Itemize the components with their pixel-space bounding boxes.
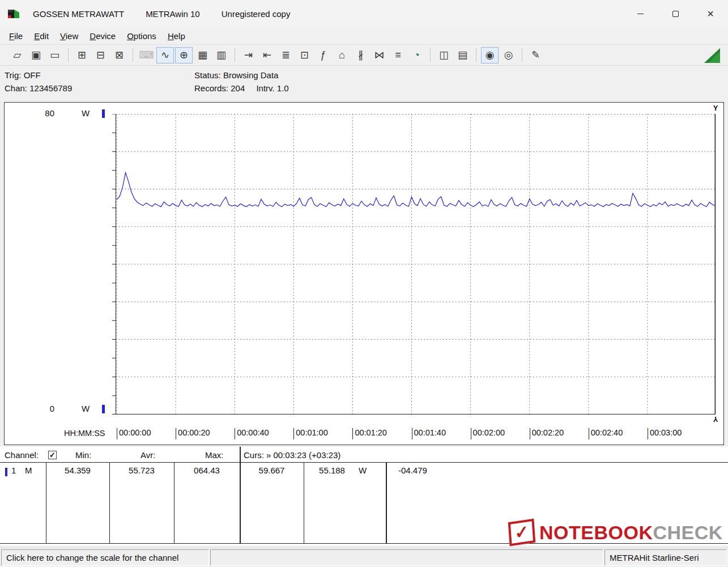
table-header-min: Min:: [75, 450, 91, 460]
title-bar: GOSSEN METRAWATT METRAwin 10 Unregistere…: [0, 0, 728, 27]
table-header-max: Max:: [205, 450, 224, 460]
x-tick-label: 00:02:00: [471, 428, 505, 439]
x-tick-label: 00:02:40: [589, 428, 623, 439]
x-tick-label: 00:01:00: [293, 428, 327, 439]
window-title-product: METRAwin 10: [146, 9, 200, 19]
close-button[interactable]: ×: [693, 0, 728, 27]
open-icon[interactable]: ▭: [46, 47, 63, 64]
channel-split-icon[interactable]: ∦: [352, 47, 369, 64]
statusbar-middle-panel: [210, 549, 603, 566]
toolbar-separator: [68, 48, 69, 62]
menu-view[interactable]: View: [54, 29, 84, 43]
toolbar-separator: [522, 48, 522, 62]
row-avr-value: 55.723: [109, 466, 174, 475]
print-preview-icon[interactable]: ◫: [435, 47, 453, 64]
x-tick-label: 00:01:20: [352, 428, 386, 439]
toolbar-corner-triangle-icon: [704, 48, 720, 65]
statusbar-device-name: METRAHit Starline-Seri: [604, 549, 727, 566]
x-tick-label: 00:01:40: [412, 428, 446, 439]
row-channel-mode: M: [25, 466, 32, 475]
device-receive-icon[interactable]: ⇤: [258, 47, 276, 64]
minimize-icon: [637, 14, 644, 14]
bar-graph-icon[interactable]: ▥: [212, 47, 230, 64]
table-view-icon[interactable]: ▦: [194, 47, 211, 64]
window-title-status: Unregistered copy: [222, 9, 291, 19]
card-eject-icon[interactable]: ⊠: [110, 47, 128, 64]
chart-panel: 80 W 0 W Y Y HH:MM:SS 00:00:0000:00:2000…: [4, 102, 724, 445]
watermark-text-notebook: NOTEBOOK: [539, 522, 653, 544]
row-unit: W: [359, 466, 367, 475]
cursor-handle-bottom[interactable]: Y: [712, 415, 720, 424]
menu-options[interactable]: Options: [121, 29, 162, 43]
zoom-in-icon[interactable]: ◉: [481, 47, 499, 64]
y-axis-unit-bottom: W: [82, 404, 90, 413]
watermark-text-check: CHECK: [653, 522, 722, 544]
function-icon[interactable]: ƒ: [314, 47, 332, 64]
app-logo-icon: [7, 7, 20, 20]
table-header-avr: Avr:: [141, 450, 155, 460]
channel-visibility-checkbox[interactable]: [48, 451, 57, 459]
notes-icon[interactable]: ✎: [527, 47, 544, 64]
y-axis-unit-top: W: [82, 108, 90, 118]
notebookcheck-logo-icon: ✓: [508, 519, 535, 546]
cursor-handle-top[interactable]: Y: [712, 104, 720, 112]
statusbar-scale-hint[interactable]: Click here to change the scale for the c…: [1, 549, 209, 566]
print-icon[interactable]: ▤: [454, 47, 471, 64]
records-status: Records: 204 Intrv. 1.0: [194, 83, 289, 93]
maximize-button[interactable]: [658, 0, 693, 27]
x-tick-label: 00:02:20: [530, 428, 564, 439]
menu-help[interactable]: Help: [162, 29, 191, 43]
menu-bar: FileEditViewDeviceOptionsHelp: [0, 27, 728, 44]
toolbar-separator: [133, 48, 133, 62]
device-send-icon[interactable]: ⇥: [240, 47, 257, 64]
numeric-display-icon[interactable]: ⌨: [138, 47, 155, 64]
x-axis: HH:MM:SS 00:00:0000:00:2000:00:4000:01:0…: [5, 428, 723, 442]
trend-plot-area[interactable]: [112, 114, 716, 414]
window-controls: ×: [623, 0, 728, 27]
channel-1-trace: [117, 172, 716, 206]
menu-device[interactable]: Device: [84, 29, 121, 43]
timer-icon[interactable]: ◔: [408, 47, 425, 64]
y-axis-max-label: 80: [37, 108, 54, 118]
window-title-app: GOSSEN METRAWATT: [33, 9, 124, 19]
x-tick-label: 00:00:00: [117, 428, 151, 439]
row-max-value: 064.43: [174, 466, 240, 475]
new-icon[interactable]: ▱: [8, 47, 26, 64]
toolbar-separator: [430, 48, 431, 62]
device-config-icon[interactable]: ≣: [277, 47, 295, 64]
maximize-icon: [672, 11, 679, 17]
acquisition-status-panel: Trig: OFF Chan: 123456789 Status: Browsi…: [0, 66, 728, 101]
status-bar: Click here to change the scale for the c…: [0, 548, 728, 567]
card-write-icon[interactable]: ⊞: [73, 47, 91, 64]
toolbar-separator: [476, 48, 476, 62]
trend-view-icon[interactable]: ∿: [156, 47, 174, 64]
monitor-icon[interactable]: ⊡: [296, 47, 313, 64]
minimize-button[interactable]: [623, 0, 658, 27]
zoom-out-icon[interactable]: ◎: [500, 47, 517, 64]
x-tick-label: 00:03:00: [648, 428, 682, 439]
trigger-status: Trig: OFF: [5, 70, 41, 80]
table-header-channel: Channel:: [5, 450, 39, 460]
notebookcheck-watermark: ✓ NOTEBOOK CHECK: [509, 521, 723, 544]
save-icon[interactable]: ▣: [27, 47, 45, 64]
table-column-divider-delta: [386, 462, 387, 543]
table-header-cursor: Curs: » 00:03:23 (+03:23): [244, 450, 340, 460]
y-axis-min-label: 0: [37, 404, 54, 413]
channel-color-marker-top: [102, 109, 105, 118]
menu-file[interactable]: File: [3, 29, 28, 43]
channel-color-marker-row: [5, 468, 7, 476]
x-tick-label: 00:00:40: [235, 428, 269, 439]
card-read-icon[interactable]: ⊟: [92, 47, 109, 64]
scope-view-icon[interactable]: ⊕: [175, 47, 193, 64]
close-icon: ×: [707, 8, 714, 19]
copy-data-icon[interactable]: ≡: [389, 47, 407, 64]
memory-recall-icon[interactable]: ⌂: [333, 47, 351, 64]
x-axis-format-label: HH:MM:SS: [64, 429, 105, 438]
channel-color-marker-bottom: [102, 405, 105, 413]
row-min-value: 54.359: [46, 466, 109, 475]
row-delta-value: -04.479: [398, 466, 427, 475]
table-column-divider-cursor: [240, 447, 241, 543]
channel-merge-icon[interactable]: ⋈: [371, 47, 388, 64]
row-cursor-value-2: 55.188: [304, 466, 360, 475]
menu-edit[interactable]: Edit: [28, 29, 54, 43]
